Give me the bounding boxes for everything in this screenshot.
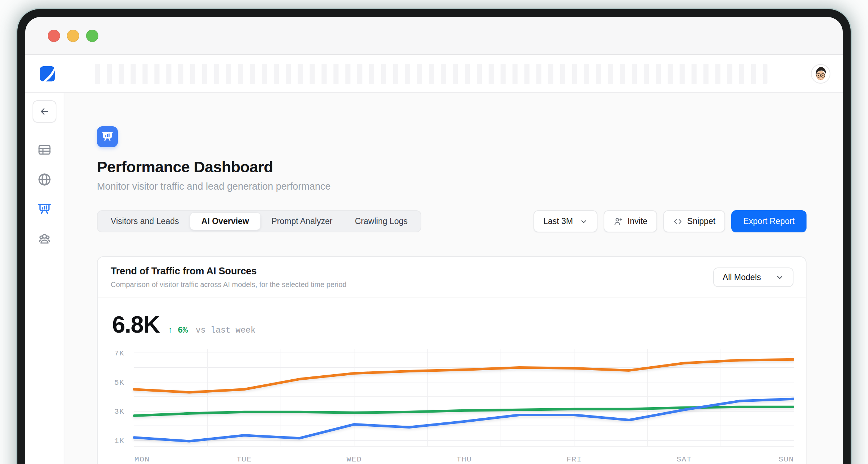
svg-text:1K: 1K bbox=[114, 437, 124, 445]
sidebar-item-performance-dashboard[interactable] bbox=[36, 201, 53, 218]
date-range-dropdown[interactable]: Last 3M bbox=[533, 210, 597, 232]
tab-prompt-analyzer[interactable]: Prompt Analyzer bbox=[260, 213, 344, 230]
svg-text:THU: THU bbox=[456, 455, 472, 464]
main-content: Performance Dashboard Monitor visitor tr… bbox=[64, 93, 843, 464]
tab-crawling-logs[interactable]: Crawling Logs bbox=[344, 213, 419, 230]
arrow-up-icon: ↑ bbox=[167, 325, 173, 335]
snippet-label: Snippet bbox=[687, 216, 715, 226]
invite-button[interactable]: Invite bbox=[604, 210, 657, 232]
app-logo bbox=[40, 66, 55, 81]
svg-text:FRI: FRI bbox=[567, 455, 582, 464]
table-icon bbox=[37, 143, 52, 157]
line-chart: 7K5K3K1KMONTUEWEDTHUFRISATSUN bbox=[111, 345, 794, 464]
sidebar bbox=[25, 93, 64, 464]
sidebar-item-web[interactable] bbox=[36, 171, 53, 188]
svg-text:WED: WED bbox=[346, 455, 362, 464]
svg-text:7K: 7K bbox=[114, 349, 124, 358]
svg-text:MON: MON bbox=[135, 455, 150, 464]
tab-bar: Visitors and Leads AI Overview Prompt An… bbox=[97, 210, 421, 232]
minimize-window-button[interactable] bbox=[67, 30, 79, 42]
zoom-window-button[interactable] bbox=[86, 30, 98, 42]
tab-visitors-and-leads[interactable]: Visitors and Leads bbox=[99, 213, 190, 230]
toolbar-actions: Last 3M Inv bbox=[533, 210, 807, 232]
page-subtitle: Monitor visitor traffic and lead generat… bbox=[97, 181, 807, 192]
export-report-label: Export Report bbox=[743, 216, 795, 226]
export-report-button[interactable]: Export Report bbox=[731, 210, 807, 232]
code-icon bbox=[673, 217, 682, 226]
date-range-label: Last 3M bbox=[543, 216, 573, 226]
users-icon bbox=[37, 231, 52, 246]
user-avatar[interactable] bbox=[811, 64, 830, 84]
titlebar bbox=[25, 17, 843, 55]
sidebar-collapse-button[interactable] bbox=[33, 100, 56, 123]
svg-text:5K: 5K bbox=[114, 379, 124, 387]
content-area: Performance Dashboard Monitor visitor tr… bbox=[25, 93, 843, 464]
sidebar-item-team[interactable] bbox=[36, 231, 53, 247]
svg-text:TUE: TUE bbox=[237, 455, 252, 464]
tab-ai-overview[interactable]: AI Overview bbox=[190, 213, 260, 230]
card-body: 6.8K ↑ 6% vs last week 7K5K3K1KMONTUEWED… bbox=[98, 298, 806, 464]
traffic-trend-card: Trend of Traffic from AI Sources Compari… bbox=[97, 256, 807, 464]
chevron-down-icon bbox=[775, 273, 784, 282]
user-plus-icon bbox=[613, 217, 623, 226]
chevron-down-icon bbox=[580, 218, 588, 225]
close-window-button[interactable] bbox=[48, 30, 60, 42]
model-filter-label: All Models bbox=[723, 273, 761, 282]
card-header: Trend of Traffic from AI Sources Compari… bbox=[98, 257, 806, 298]
dashboard-page-icon bbox=[97, 126, 118, 147]
snippet-button[interactable]: Snippet bbox=[663, 210, 725, 232]
browser-window: Performance Dashboard Monitor visitor tr… bbox=[25, 17, 843, 464]
nav-placeholder-stripes bbox=[95, 64, 767, 84]
top-navbar bbox=[25, 55, 843, 93]
model-filter-dropdown[interactable]: All Models bbox=[713, 267, 793, 287]
controls-row: Visitors and Leads AI Overview Prompt An… bbox=[97, 210, 807, 232]
svg-text:3K: 3K bbox=[114, 408, 124, 416]
globe-icon bbox=[37, 172, 52, 187]
metric-delta: ↑ 6% bbox=[167, 325, 188, 335]
svg-text:SAT: SAT bbox=[677, 455, 692, 464]
sidebar-item-data-tables[interactable] bbox=[36, 142, 53, 158]
page-title: Performance Dashboard bbox=[97, 158, 807, 176]
invite-label: Invite bbox=[627, 216, 647, 226]
presentation-chart-icon bbox=[37, 202, 52, 217]
card-title: Trend of Traffic from AI Sources bbox=[111, 266, 346, 277]
metric-row: 6.8K ↑ 6% vs last week bbox=[111, 313, 794, 336]
device-frame: Performance Dashboard Monitor visitor tr… bbox=[17, 9, 851, 464]
sidebar-nav bbox=[36, 142, 53, 247]
metric-comparison: vs last week bbox=[196, 326, 256, 335]
svg-text:SUN: SUN bbox=[779, 455, 794, 464]
metric-value: 6.8K bbox=[112, 313, 159, 336]
card-subtitle: Comparison of visitor traffic across AI … bbox=[111, 280, 346, 289]
arrow-left-icon bbox=[39, 106, 50, 117]
